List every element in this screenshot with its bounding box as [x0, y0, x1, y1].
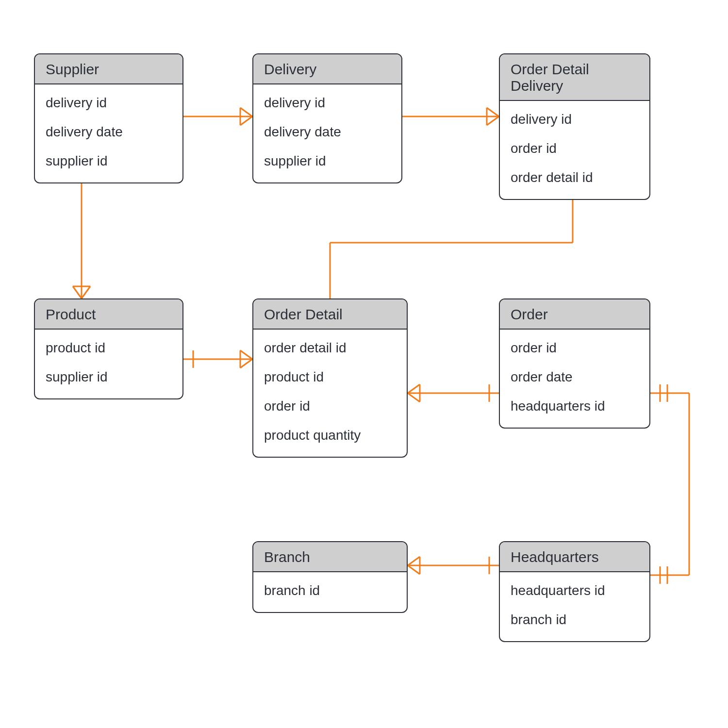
entity-attr: delivery id	[500, 105, 649, 134]
entity-attr: supplier id	[35, 363, 182, 392]
entity-title: Delivery	[253, 54, 401, 84]
entity-product[interactable]: Product product id supplier id	[34, 298, 183, 399]
svg-line-9	[73, 286, 82, 298]
rel-supplier-delivery	[183, 108, 252, 125]
entity-attr: delivery id	[253, 88, 401, 117]
entity-attr: product id	[253, 363, 407, 392]
entity-title: Supplier	[35, 54, 182, 84]
rel-order-headquarters	[650, 384, 689, 584]
svg-line-6	[487, 116, 499, 125]
svg-line-5	[487, 108, 499, 116]
entity-order[interactable]: Order order id order date headquarters i…	[499, 298, 650, 429]
entity-attr: order id	[253, 392, 407, 421]
svg-line-19	[408, 393, 420, 402]
entity-attr: order detail id	[253, 333, 407, 363]
entity-attr: headquarters id	[500, 576, 649, 605]
entity-attrs: headquarters id branch id	[500, 572, 649, 641]
entity-attr: order detail id	[500, 163, 649, 192]
entity-title: Product	[35, 299, 182, 330]
rel-delivery-orderdetaildelivery	[402, 108, 499, 125]
entity-title: Branch	[253, 542, 407, 572]
svg-line-2	[240, 116, 252, 125]
rel-supplier-product	[73, 179, 90, 298]
entity-attr: product quantity	[253, 421, 407, 450]
entity-attrs: delivery id delivery date supplier id	[253, 84, 401, 182]
entity-attr: product id	[35, 333, 182, 363]
entity-title: Headquarters	[500, 542, 649, 572]
entity-branch[interactable]: Branch branch id	[252, 541, 408, 613]
svg-line-37	[408, 565, 420, 574]
rel-orderdetail-order	[408, 384, 499, 402]
entity-order-detail[interactable]: Order Detail order detail id product id …	[252, 298, 408, 458]
svg-line-18	[408, 384, 420, 393]
rel-product-orderdetail	[183, 350, 252, 368]
entity-delivery[interactable]: Delivery delivery id delivery date suppl…	[252, 53, 402, 183]
entity-attrs: delivery id order id order detail id	[500, 101, 649, 199]
entity-attr: delivery date	[253, 117, 401, 147]
entity-headquarters[interactable]: Headquarters headquarters id branch id	[499, 541, 650, 642]
entity-attr: delivery id	[35, 88, 182, 117]
entity-attrs: delivery id delivery date supplier id	[35, 84, 182, 182]
entity-attrs: product id supplier id	[35, 330, 182, 398]
er-diagram-canvas: Supplier delivery id delivery date suppl…	[0, 0, 728, 728]
svg-line-13	[240, 350, 252, 359]
svg-line-36	[408, 557, 420, 565]
svg-line-1	[240, 108, 252, 116]
entity-attr: supplier id	[253, 147, 401, 176]
entity-supplier[interactable]: Supplier delivery id delivery date suppl…	[34, 53, 183, 183]
svg-line-10	[82, 286, 90, 298]
entity-order-detail-delivery[interactable]: Order Detail Delivery delivery id order …	[499, 53, 650, 200]
entity-attr: supplier id	[35, 147, 182, 176]
entity-attr: order id	[500, 134, 649, 163]
entity-title: Order	[500, 299, 649, 330]
entity-attrs: order id order date headquarters id	[500, 330, 649, 428]
rel-branch-headquarters	[408, 557, 499, 574]
entity-attrs: order detail id product id order id prod…	[253, 330, 407, 457]
entity-attrs: branch id	[253, 572, 407, 612]
entity-attr: branch id	[253, 576, 407, 605]
entity-title: Order Detail Delivery	[500, 54, 649, 101]
entity-attr: order id	[500, 333, 649, 363]
entity-title: Order Detail	[253, 299, 407, 330]
entity-attr: headquarters id	[500, 392, 649, 421]
entity-attr: delivery date	[35, 117, 182, 147]
entity-attr: order date	[500, 363, 649, 392]
svg-line-14	[240, 359, 252, 368]
entity-attr: branch id	[500, 605, 649, 634]
